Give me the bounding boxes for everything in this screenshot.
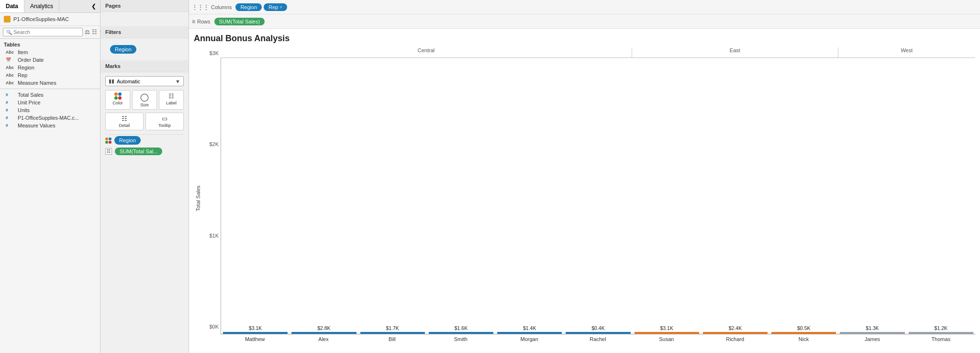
rows-icon: ≡ — [192, 18, 195, 25]
close-panel-button[interactable]: ❮ — [88, 0, 100, 12]
item-label: Order Date — [18, 57, 44, 63]
bar[interactable] — [909, 332, 973, 334]
filter-icon[interactable]: ⚖ — [85, 29, 90, 35]
single-bar-col[interactable]: $3.1K — [633, 325, 701, 334]
bar[interactable] — [497, 332, 562, 334]
single-bar-col[interactable]: $2.4K — [701, 325, 769, 334]
type-badge: # — [6, 100, 15, 105]
left-tabs: Data Analytics ❮ — [0, 0, 100, 13]
single-bar-col[interactable]: $1.4K — [495, 325, 564, 334]
single-bar-col[interactable]: $1.6K — [427, 325, 495, 334]
region-column-pill[interactable]: Region — [235, 3, 262, 11]
datasource-icon — [4, 16, 11, 23]
label-button[interactable]: ☷ Label — [159, 90, 184, 110]
color-button[interactable]: Color — [105, 90, 130, 110]
bars-row: $3.1K$2.8K$1.7K$1.6K$1.4K$0.4K$3.1K$2.4K… — [221, 58, 975, 334]
region-color-pill[interactable]: Region — [114, 136, 141, 145]
bar[interactable] — [360, 332, 425, 334]
size-button[interactable]: ◯ Size — [132, 90, 157, 110]
bar[interactable] — [223, 332, 288, 334]
filter-indicator-icon: ▿ — [280, 5, 282, 10]
y-tick: $0K — [209, 324, 219, 330]
list-item[interactable]: 📅 Order Date — [0, 56, 100, 64]
region-filter-pill[interactable]: Region — [110, 45, 136, 54]
bar[interactable] — [840, 332, 904, 334]
color-label: Color — [112, 101, 123, 105]
tab-data[interactable]: Data — [0, 0, 24, 12]
bar-value-label: $3.1K — [660, 325, 673, 331]
list-item[interactable]: # P1-OfficeSupplies-MAC.c... — [0, 114, 100, 122]
type-badge: Abc — [6, 65, 15, 70]
bar-name-label: Susan — [632, 336, 701, 342]
marks-config: ▮▮ Automatic ▼ Color ◯ Size — [100, 72, 189, 160]
bar[interactable] — [635, 332, 699, 334]
type-badge: 📅 — [6, 57, 15, 62]
size-label: Size — [140, 102, 149, 107]
type-badge: Abc — [6, 73, 15, 78]
marks-section-label: Marks — [100, 60, 189, 72]
bar-value-label: $0.5K — [797, 325, 810, 331]
list-item[interactable]: Abc Region — [0, 64, 100, 71]
region-label-west: West — [838, 47, 975, 57]
tooltip-label: Tooltip — [158, 123, 171, 128]
tab-analytics[interactable]: Analytics — [24, 0, 59, 12]
single-bar-col[interactable]: $1.3K — [838, 325, 906, 334]
bar[interactable] — [566, 332, 630, 334]
bar[interactable] — [291, 332, 356, 334]
bar-name-label: Morgan — [495, 336, 563, 342]
pages-section-label: Pages — [100, 0, 189, 12]
detail-icon: ☷ — [122, 115, 127, 122]
y-tick: $2K — [209, 141, 219, 147]
bar-value-label: $1.6K — [455, 325, 468, 331]
rows-shelf: ≡ Rows SUM(Total Sales) — [189, 14, 980, 29]
region-labels-row: Central East West — [221, 47, 975, 58]
bar[interactable] — [771, 332, 836, 334]
chart-body: Total Sales $3K $2K $1K $0K Central East… — [194, 47, 975, 350]
type-badge: # — [6, 123, 15, 128]
marks-type-label: Automatic — [117, 79, 140, 84]
single-bar-col[interactable]: $2.8K — [290, 325, 358, 334]
single-bar-col[interactable]: $3.1K — [221, 325, 290, 334]
view-toggle-icon[interactable]: ☷ — [92, 29, 97, 35]
bar-value-label: $1.4K — [523, 325, 536, 331]
single-bar-col[interactable]: $0.4K — [564, 325, 632, 334]
sum-total-sales-row-pill[interactable]: SUM(Total Sales) — [214, 18, 265, 25]
detail-button[interactable]: ☷ Detail — [105, 113, 144, 130]
y-axis-title: Total Sales — [194, 47, 202, 350]
search-input[interactable] — [13, 29, 79, 35]
bar[interactable] — [429, 332, 493, 334]
bar-name-label: Rachel — [564, 336, 632, 342]
item-label: Measure Names — [18, 80, 56, 86]
bar-name-label: Alex — [289, 336, 357, 342]
region-label-central: Central — [221, 47, 632, 57]
single-bar-col[interactable]: $1.7K — [358, 325, 427, 334]
list-item[interactable]: # Total Sales — [0, 91, 100, 99]
marks-type-dropdown[interactable]: ▮▮ Automatic ▼ — [105, 76, 184, 86]
list-item[interactable]: # Measure Values — [0, 122, 100, 129]
sum-total-sales-pill[interactable]: SUM(Total Sal... — [115, 148, 162, 155]
list-item[interactable]: Abc Item — [0, 48, 100, 56]
tooltip-button[interactable]: ▭ Tooltip — [145, 113, 184, 130]
list-item[interactable]: # Units — [0, 106, 100, 114]
search-container: 🔍 — [3, 28, 83, 36]
bar-chart-icon: ▮▮ — [109, 78, 114, 84]
single-bar-col[interactable]: $1.2K — [907, 325, 975, 334]
rep-pill-label: Rep — [268, 4, 278, 10]
chart-container: Annual Bonus Analysis Total Sales $3K $2… — [189, 29, 980, 353]
columns-label: ⋮⋮⋮ Columns — [192, 4, 232, 11]
rep-column-pill[interactable]: Rep ▿ — [264, 3, 287, 11]
marks-buttons-row2: ☷ Detail ▭ Tooltip — [105, 113, 184, 130]
marks-buttons-row: Color ◯ Size ☷ Label — [105, 90, 184, 110]
left-panel: Data Analytics ❮ P1-OfficeSupplies-MAC 🔍… — [0, 0, 100, 353]
rows-label: ≡ Rows — [192, 18, 211, 25]
item-label: Unit Price — [18, 100, 41, 105]
datasource-row: P1-OfficeSupplies-MAC — [0, 13, 100, 26]
bar-value-label: $2.4K — [729, 325, 742, 331]
list-item[interactable]: Abc Rep — [0, 71, 100, 79]
item-label: Total Sales — [18, 92, 44, 98]
color-circles-icon — [114, 92, 122, 100]
list-item[interactable]: Abc Measure Names — [0, 79, 100, 87]
single-bar-col[interactable]: $0.5K — [769, 325, 838, 334]
bar[interactable] — [703, 332, 768, 334]
list-item[interactable]: # Unit Price — [0, 99, 100, 106]
